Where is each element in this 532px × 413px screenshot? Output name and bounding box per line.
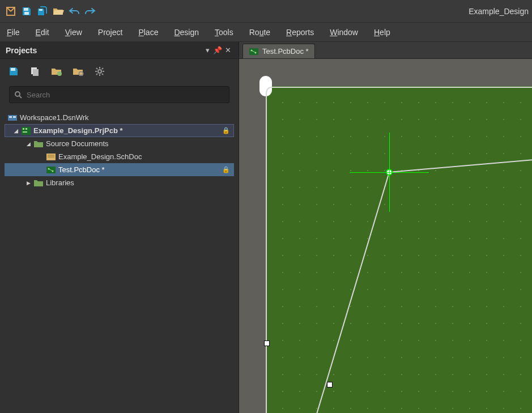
board-canvas[interactable] — [239, 59, 532, 413]
search-field[interactable] — [27, 91, 224, 99]
folder-icon — [33, 178, 44, 188]
svg-point-6 — [57, 71, 62, 76]
menu-view[interactable]: View — [63, 25, 84, 39]
menu-reports[interactable]: Reports — [284, 25, 316, 39]
svg-rect-17 — [23, 131, 27, 133]
panel-toolbar — [0, 59, 239, 84]
workspace-icon — [7, 113, 18, 122]
menu-window[interactable]: Window — [327, 25, 360, 39]
tabstrip: Test.PcbDoc * — [239, 42, 532, 59]
open-folder-icon[interactable] — [51, 4, 66, 19]
save-all-icon[interactable] — [35, 4, 50, 19]
menubar: File Edit View Project Place Design Tool… — [0, 23, 532, 42]
tree-pcbdoc[interactable]: Test.PcbDoc * 🔒 — [5, 163, 234, 176]
lock-icon: 🔒 — [222, 127, 230, 134]
menu-tools[interactable]: Tools — [212, 25, 236, 39]
gear-icon[interactable] — [92, 63, 108, 79]
tree-label: Source Documents — [46, 139, 109, 148]
panel-title: Projects — [6, 46, 202, 55]
panel-header: Projects ▾ 📌 ✕ — [0, 42, 239, 59]
menu-route[interactable]: Route — [247, 25, 273, 39]
panel-close-icon[interactable]: ✕ — [223, 46, 233, 54]
svg-rect-0 — [24, 8, 28, 11]
editor-area: Test.PcbDoc * — [239, 42, 532, 413]
menu-edit[interactable]: Edit — [33, 25, 52, 39]
svg-rect-2 — [39, 9, 42, 11]
save-icon[interactable] — [19, 4, 34, 19]
expander-icon[interactable]: ◢ — [25, 141, 31, 147]
expander-icon[interactable]: ◢ — [13, 128, 19, 134]
schematic-icon — [46, 152, 56, 161]
project-tree: Workspace1.DsnWrk ◢ Example_Design.PrjPc… — [0, 109, 239, 191]
tab-label: Test.PcbDoc * — [262, 47, 309, 56]
vertex-handle[interactable] — [327, 382, 333, 388]
undo-icon[interactable] — [67, 4, 82, 19]
svg-rect-13 — [13, 116, 16, 118]
titlebar: Example_Design — [0, 0, 532, 23]
menu-file[interactable]: File — [5, 25, 22, 39]
pcb-icon — [46, 165, 56, 174]
pcb-icon — [249, 47, 259, 56]
svg-point-9 — [15, 92, 20, 96]
folder-settings-icon[interactable] — [70, 63, 86, 79]
tree-label: Libraries — [46, 178, 74, 187]
tree-label: Workspace1.DsnWrk — [20, 113, 89, 122]
svg-point-8 — [98, 70, 101, 73]
svg-rect-1 — [24, 12, 29, 15]
svg-rect-12 — [9, 116, 12, 118]
lock-icon: 🔒 — [222, 166, 230, 173]
svg-rect-5 — [33, 69, 39, 76]
tree-source-documents[interactable]: ◢ Source Documents — [5, 137, 234, 150]
tree-label: Example_Design.PrjPcb * — [33, 126, 123, 135]
save-project-icon[interactable] — [6, 63, 22, 79]
svg-rect-3 — [11, 68, 15, 71]
projects-panel: Projects ▾ 📌 ✕ — [0, 42, 239, 413]
tree-label: Example_Design.SchDoc — [58, 152, 142, 161]
menu-help[interactable]: Help — [372, 25, 393, 39]
window-title: Example_Design — [469, 7, 529, 16]
tree-schdoc[interactable]: Example_Design.SchDoc — [5, 150, 234, 163]
board-corner — [259, 76, 272, 96]
svg-rect-16 — [25, 128, 27, 130]
svg-line-10 — [19, 96, 22, 98]
menu-project[interactable]: Project — [96, 25, 125, 39]
tree-label: Test.PcbDoc * — [58, 165, 105, 174]
logo-icon — [3, 4, 18, 19]
search-icon — [14, 91, 22, 99]
tree-workspace[interactable]: Workspace1.DsnWrk — [5, 111, 234, 124]
expander-icon[interactable]: ▶ — [25, 180, 31, 186]
menu-place[interactable]: Place — [136, 25, 160, 39]
search-input[interactable] — [9, 86, 229, 103]
redo-icon[interactable] — [83, 4, 97, 19]
folder-action-icon[interactable] — [49, 63, 65, 79]
tree-libraries[interactable]: ▶ Libraries — [5, 176, 234, 189]
compile-icon[interactable] — [27, 63, 43, 79]
tab-pcbdoc[interactable]: Test.PcbDoc * — [242, 44, 315, 58]
panel-pin-icon[interactable]: 📌 — [212, 46, 223, 54]
svg-rect-15 — [23, 128, 24, 130]
vertex-handle[interactable] — [264, 340, 270, 346]
folder-icon — [33, 139, 44, 148]
panel-dropdown-icon[interactable]: ▾ — [202, 46, 212, 54]
tree-project[interactable]: ◢ Example_Design.PrjPcb * 🔒 — [5, 124, 234, 137]
project-icon — [21, 126, 31, 135]
menu-design[interactable]: Design — [172, 25, 201, 39]
